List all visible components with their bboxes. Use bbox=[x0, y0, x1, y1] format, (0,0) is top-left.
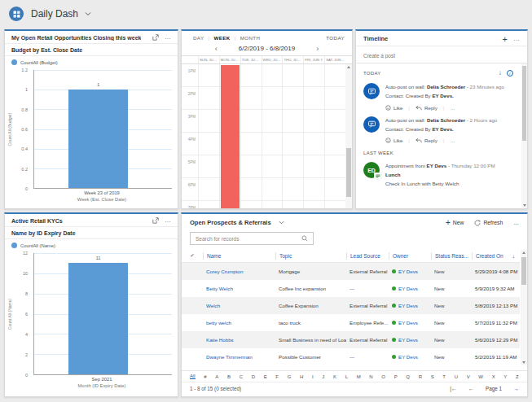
jump-letter[interactable]: W bbox=[478, 374, 483, 379]
jump-letter[interactable]: E bbox=[264, 374, 267, 379]
jump-letter[interactable]: Q bbox=[406, 374, 410, 379]
scroll-down-icon[interactable] bbox=[522, 361, 525, 364]
table-row[interactable]: Katie Hobbs Small Business in need of Lo… bbox=[182, 331, 520, 348]
cell-owner[interactable]: EY Devs bbox=[389, 354, 431, 360]
jump-letter[interactable]: X bbox=[492, 374, 495, 379]
day-column-fri[interactable] bbox=[303, 64, 324, 208]
table-row[interactable]: Betty Welch Coffee Inc expansion --- EY … bbox=[182, 280, 520, 297]
like-button[interactable]: Like bbox=[385, 105, 402, 111]
day-column-sun[interactable] bbox=[198, 64, 219, 208]
search-box[interactable] bbox=[190, 232, 314, 245]
table-row[interactable]: Welch Coffee Expansion External Referral… bbox=[182, 297, 520, 314]
first-page-icon[interactable]: |← bbox=[450, 386, 457, 391]
reply-button[interactable]: Reply bbox=[415, 138, 437, 143]
post-more-icon[interactable]: … bbox=[450, 138, 455, 143]
jump-letter[interactable]: V bbox=[467, 374, 470, 379]
cell-name[interactable]: betty welch bbox=[203, 320, 275, 326]
jump-letter[interactable]: O bbox=[381, 374, 385, 379]
chart-bar[interactable]: 1 bbox=[68, 90, 128, 188]
scrollbar-thumb[interactable] bbox=[346, 148, 351, 197]
jump-letter[interactable]: N bbox=[369, 374, 372, 379]
cell-owner[interactable]: EY Devs bbox=[389, 303, 431, 308]
calendar-event-block[interactable] bbox=[221, 65, 240, 208]
jump-letter[interactable]: # bbox=[204, 374, 206, 379]
jump-letter[interactable]: U bbox=[455, 374, 458, 379]
new-button[interactable]: + New bbox=[446, 220, 464, 225]
reply-button[interactable]: Reply bbox=[415, 105, 437, 111]
search-input[interactable] bbox=[196, 236, 301, 242]
post-more-icon[interactable]: … bbox=[450, 105, 455, 111]
jump-letter[interactable]: H bbox=[300, 374, 303, 379]
scroll-down-icon[interactable] bbox=[523, 204, 526, 207]
jump-letter[interactable]: B bbox=[227, 374, 231, 379]
collapse-icon[interactable]: ↓ bbox=[499, 69, 502, 76]
cell-name[interactable]: Dwayne Timmerman bbox=[203, 354, 275, 360]
chart-bar[interactable]: 11 bbox=[68, 263, 128, 374]
table-row[interactable]: betty welch taco truck Employee Refe... … bbox=[182, 314, 520, 331]
scroll-up-icon[interactable] bbox=[347, 66, 350, 68]
jump-letter[interactable]: Y bbox=[503, 374, 507, 379]
column-header-name[interactable]: Name bbox=[203, 252, 275, 260]
jump-letter[interactable]: A bbox=[215, 374, 218, 379]
table-row[interactable]: Dwayne Timmerman Possible Customer --- E… bbox=[182, 348, 520, 365]
add-post-icon[interactable]: + bbox=[503, 36, 508, 42]
column-header-status-reason[interactable]: Status Reas... bbox=[431, 252, 472, 260]
scrollbar-thumb[interactable] bbox=[522, 66, 526, 141]
jump-letter[interactable]: I bbox=[312, 374, 314, 379]
table-scrollbar[interactable] bbox=[521, 250, 527, 365]
sort-desc-icon[interactable]: ↓ bbox=[512, 253, 517, 259]
column-header-owner[interactable]: Owner bbox=[389, 252, 431, 260]
tab-month[interactable]: MONTH bbox=[236, 35, 265, 41]
cell-name[interactable]: Katie Hobbs bbox=[203, 337, 275, 343]
grid-more-icon[interactable]: … bbox=[513, 220, 519, 225]
column-header-created-on[interactable]: Created On ↓ bbox=[472, 252, 520, 260]
select-all-check-icon[interactable]: ✓ bbox=[182, 251, 203, 260]
cell-name[interactable]: Betty Welch bbox=[203, 286, 275, 291]
next-page-icon[interactable]: → bbox=[513, 386, 519, 391]
day-column-mon[interactable] bbox=[219, 64, 240, 208]
timeline-post[interactable]: Auto-post on wall: Delia Schroeder - 23 … bbox=[356, 79, 521, 102]
cell-owner[interactable]: EY Devs bbox=[389, 337, 431, 343]
table-row[interactable]: Corey Crumpton Mortgage External Referra… bbox=[182, 263, 520, 280]
day-column-tue[interactable] bbox=[240, 64, 262, 208]
jump-letter[interactable]: M bbox=[357, 374, 361, 379]
jump-letter[interactable]: F bbox=[275, 374, 279, 379]
timeline-appointment[interactable]: ED Appointment from EY Devs - Thursday 1… bbox=[356, 158, 521, 190]
jump-letter[interactable]: L bbox=[345, 374, 348, 379]
cell-owner[interactable]: EY Devs bbox=[389, 320, 431, 326]
scrollbar-thumb[interactable] bbox=[521, 257, 526, 285]
view-selector-chevron-icon[interactable] bbox=[279, 221, 284, 225]
jump-letter[interactable]: D bbox=[252, 374, 255, 379]
timeline-scrollbar[interactable] bbox=[521, 63, 527, 208]
dashboard-selector-chevron-icon[interactable] bbox=[85, 11, 91, 16]
popout-icon[interactable] bbox=[152, 217, 159, 224]
cell-name[interactable]: Welch bbox=[203, 303, 275, 308]
today-button[interactable]: TODAY bbox=[326, 35, 345, 41]
jump-letter[interactable]: Z bbox=[516, 374, 519, 379]
jump-letter[interactable]: S bbox=[431, 374, 434, 379]
prev-week-icon[interactable]: ‹ bbox=[215, 46, 218, 52]
tab-day[interactable]: DAY bbox=[189, 35, 208, 41]
jump-all[interactable]: All bbox=[190, 374, 196, 379]
next-week-icon[interactable]: › bbox=[316, 46, 319, 52]
timeline-post[interactable]: Auto-post on wall: Delia Schroeder - 2 H… bbox=[356, 112, 521, 135]
cell-owner[interactable]: EY Devs bbox=[389, 269, 431, 274]
day-column-sat[interactable] bbox=[324, 64, 345, 208]
day-column-wed[interactable] bbox=[262, 64, 283, 208]
cell-owner[interactable]: EY Devs bbox=[389, 286, 431, 291]
jump-letter[interactable]: T bbox=[442, 374, 446, 379]
more-icon[interactable]: … bbox=[513, 37, 520, 42]
column-header-topic[interactable]: Topic bbox=[275, 252, 346, 260]
jump-letter[interactable]: P bbox=[394, 374, 398, 379]
like-button[interactable]: Like bbox=[385, 138, 402, 143]
jump-letter[interactable]: K bbox=[333, 374, 336, 379]
jump-letter[interactable]: R bbox=[419, 374, 422, 379]
scroll-up-icon[interactable] bbox=[522, 251, 525, 254]
calendar-scrollbar[interactable] bbox=[345, 64, 352, 208]
info-icon[interactable]: i bbox=[507, 70, 513, 76]
prev-page-icon[interactable]: ← bbox=[468, 386, 474, 391]
more-icon[interactable]: … bbox=[165, 35, 171, 40]
jump-letter[interactable]: J bbox=[322, 374, 324, 379]
column-header-lead-source[interactable]: Lead Source bbox=[346, 252, 389, 260]
day-column-thu[interactable] bbox=[282, 64, 303, 208]
